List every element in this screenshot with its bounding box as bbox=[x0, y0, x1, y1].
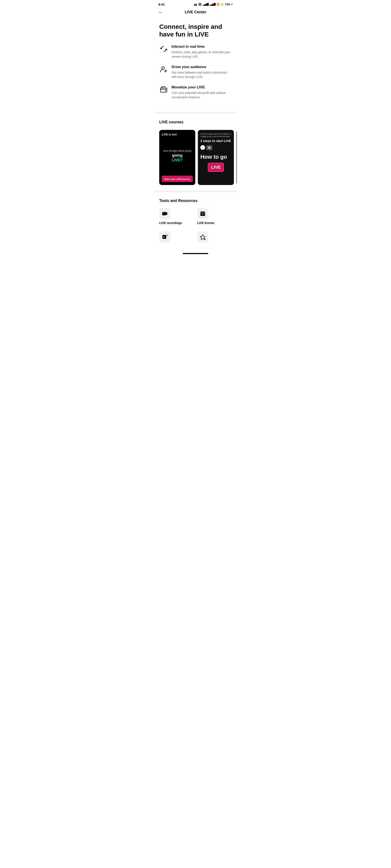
battery-dot bbox=[231, 4, 233, 5]
feature-monetize-title: Monetize your LIVE bbox=[172, 85, 232, 89]
card-1-bottom: Start your LIVE journey bbox=[162, 176, 193, 182]
svg-rect-3 bbox=[160, 88, 167, 92]
home-indicator bbox=[183, 253, 208, 254]
card-2-live-btn: LIVE bbox=[208, 163, 224, 172]
feature-monetize: Monetize your LIVE Turn your potential i… bbox=[159, 85, 232, 100]
card-2-icons: ♪ 💬 bbox=[200, 145, 231, 150]
svg-marker-6 bbox=[166, 212, 167, 215]
live-recordings-icon-box bbox=[159, 208, 170, 219]
card-2-how-text: How to go bbox=[200, 154, 231, 160]
battery-icon: 🔋 bbox=[221, 3, 224, 6]
card-2-top-text: I'm here to give you the run down on 3 s… bbox=[200, 133, 231, 138]
signal-icon: ▂▄▆█ bbox=[203, 3, 209, 6]
svg-point-4 bbox=[165, 90, 166, 91]
status-time: 8:41 bbox=[158, 3, 165, 6]
svg-marker-13 bbox=[167, 235, 168, 236]
chat-bubble-icon: 💬 bbox=[206, 145, 212, 150]
signal-icon-2: ▂▄▆█ bbox=[210, 3, 215, 6]
courses-scroll[interactable]: LIVE is fun! ever thought about going go… bbox=[154, 130, 237, 188]
hero-title: Connect, inspire and have fun in LIVE bbox=[159, 23, 232, 38]
live-courses-title: LIVE courses bbox=[159, 120, 232, 124]
tiktok-logo-icon: ♪ bbox=[200, 145, 205, 150]
camera-icon: 📷 bbox=[194, 3, 197, 6]
monetize-icon bbox=[159, 85, 168, 94]
tool-4-icon bbox=[200, 234, 206, 240]
back-button[interactable]: ← bbox=[158, 9, 163, 15]
page-title: LIVE Center bbox=[185, 10, 206, 14]
hero-section: Connect, inspire and have fun in LIVE In… bbox=[154, 17, 237, 110]
header: ← LIVE Center bbox=[154, 8, 237, 17]
svg-rect-5 bbox=[162, 212, 166, 215]
feature-monetize-desc: Turn your potential into profit with var… bbox=[172, 91, 232, 100]
tool-item-4[interactable] bbox=[197, 230, 232, 246]
course-card-3[interactable]: Interaction is the key Tip 1: say hello … bbox=[236, 130, 237, 185]
course-card-2[interactable]: I'm here to give you the run down on 3 s… bbox=[198, 130, 234, 185]
card-1-bottom-text: Start your LIVE journey bbox=[164, 178, 190, 180]
tool-3-icon-box bbox=[159, 231, 170, 242]
section-divider-2 bbox=[154, 190, 237, 192]
wifi-icon: 📶 bbox=[216, 3, 220, 6]
tools-grid: LIVE recordings LIVE Events bbox=[159, 207, 232, 246]
tool-item-3[interactable] bbox=[159, 230, 194, 246]
tool-live-recordings[interactable]: LIVE recordings bbox=[159, 207, 194, 226]
mute-icon: 🔕 bbox=[198, 3, 202, 6]
live-events-label: LIVE Events bbox=[197, 221, 232, 225]
card-1-live-text: LIVE? bbox=[172, 158, 183, 162]
svg-line-14 bbox=[204, 239, 206, 240]
live-recordings-icon bbox=[162, 211, 168, 217]
section-divider-1 bbox=[154, 112, 237, 114]
tools-title: Tools and Resources bbox=[159, 198, 232, 203]
tools-section: Tools and Resources LIVE recordings bbox=[154, 194, 237, 250]
feature-audience-title: Grow your audience bbox=[172, 65, 232, 69]
feature-interact-title: Interact in real time bbox=[172, 44, 232, 49]
feature-audience: Grow your audience Get more followers an… bbox=[159, 65, 232, 79]
bottom-indicator bbox=[154, 250, 237, 255]
card-2-live-text: LIVE bbox=[211, 165, 220, 169]
tool-4-icon-box bbox=[197, 231, 208, 242]
status-bar: 8:41 📷 🔕 ▂▄▆█ ▂▄▆█ 📶 🔋 74% bbox=[154, 0, 237, 8]
feature-interact: Interact in real time Perform, cook, pla… bbox=[159, 44, 232, 59]
course-card-1[interactable]: LIVE is fun! ever thought about going go… bbox=[159, 130, 195, 185]
svg-point-0 bbox=[162, 67, 164, 69]
live-recordings-label: LIVE recordings bbox=[159, 221, 194, 225]
svg-point-7 bbox=[163, 212, 164, 213]
interact-icon bbox=[159, 44, 168, 53]
card-1-label: LIVE is fun! bbox=[162, 133, 193, 136]
card-1-small-text: ever thought about going bbox=[162, 149, 193, 152]
feature-audience-desc: Get more followers and build a connectio… bbox=[172, 70, 232, 79]
tool-3-icon bbox=[162, 234, 168, 240]
tool-live-events[interactable]: LIVE Events bbox=[197, 207, 232, 226]
live-events-icon bbox=[200, 211, 206, 217]
feature-interact-desc: Perform, cook, play games, or chat with … bbox=[172, 50, 232, 59]
card-2-title: 3 steps to start LIVE bbox=[200, 139, 231, 143]
live-courses-section: LIVE courses bbox=[154, 116, 237, 130]
live-events-icon-box bbox=[197, 208, 208, 219]
audience-icon bbox=[159, 65, 168, 74]
battery-percent: 74% bbox=[225, 3, 230, 6]
status-icons: 📷 🔕 ▂▄▆█ ▂▄▆█ 📶 🔋 74% bbox=[194, 3, 233, 6]
